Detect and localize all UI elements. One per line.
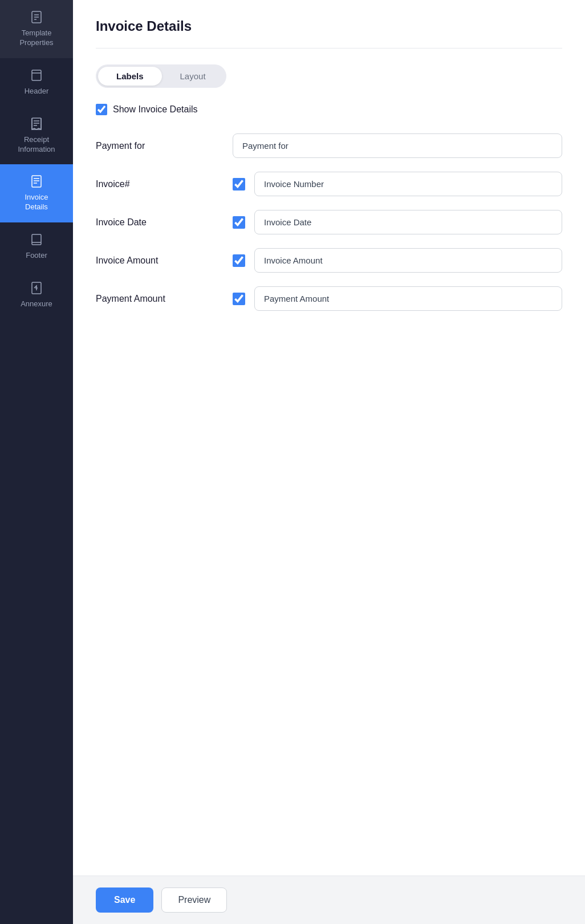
sidebar-item-invoice-details[interactable]: Invoice Details bbox=[0, 164, 73, 222]
footer-icon bbox=[30, 233, 43, 246]
form-row-payment-amount: Payment Amount bbox=[96, 286, 562, 311]
save-button[interactable]: Save bbox=[96, 887, 153, 913]
input-invoice-amount[interactable] bbox=[254, 248, 562, 273]
label-invoice-date: Invoice Date bbox=[96, 217, 221, 228]
content-area: Invoice Details Labels Layout Show Invoi… bbox=[73, 0, 585, 876]
sidebar-label-template-properties: Template Properties bbox=[19, 29, 53, 48]
sidebar-label-footer: Footer bbox=[26, 251, 47, 261]
checkbox-invoice-amount[interactable] bbox=[233, 254, 245, 267]
sidebar-label-receipt-information: Receipt Information bbox=[18, 135, 55, 155]
tab-toggle: Labels Layout bbox=[96, 64, 226, 88]
input-invoice-number[interactable] bbox=[254, 172, 562, 196]
label-invoice-amount: Invoice Amount bbox=[96, 256, 221, 266]
sidebar-item-receipt-information[interactable]: Receipt Information bbox=[0, 107, 73, 165]
checkbox-invoice-number[interactable] bbox=[233, 178, 245, 191]
right-invoice-amount bbox=[233, 248, 562, 273]
form-rows: Payment forInvoice#Invoice DateInvoice A… bbox=[96, 133, 562, 311]
tab-layout[interactable]: Layout bbox=[162, 67, 224, 86]
svg-rect-14 bbox=[32, 234, 41, 245]
input-invoice-date[interactable] bbox=[254, 210, 562, 234]
checkbox-invoice-date[interactable] bbox=[233, 216, 245, 229]
sidebar-item-annexure[interactable]: Annexure bbox=[0, 271, 73, 319]
action-bar: Save Preview bbox=[73, 876, 585, 924]
main-panel: Invoice Details Labels Layout Show Invoi… bbox=[73, 0, 585, 924]
sidebar-item-template-properties[interactable]: Template Properties bbox=[0, 0, 73, 58]
right-payment-amount bbox=[233, 286, 562, 311]
annexure-icon bbox=[30, 281, 43, 295]
form-row-payment-for: Payment for bbox=[96, 133, 562, 158]
show-invoice-details-checkbox[interactable] bbox=[96, 104, 107, 115]
right-invoice-date bbox=[233, 210, 562, 234]
svg-rect-10 bbox=[32, 176, 41, 187]
tab-labels[interactable]: Labels bbox=[98, 67, 162, 86]
preview-button[interactable]: Preview bbox=[161, 887, 227, 913]
divider bbox=[96, 48, 562, 48]
sidebar-item-footer[interactable]: Footer bbox=[0, 222, 73, 271]
receipt-icon bbox=[30, 117, 43, 131]
sidebar-item-header[interactable]: Header bbox=[0, 58, 73, 107]
header-icon bbox=[30, 68, 43, 82]
page-title: Invoice Details bbox=[96, 18, 562, 34]
right-payment-for bbox=[233, 133, 562, 158]
input-payment-amount[interactable] bbox=[254, 286, 562, 311]
form-row-invoice-amount: Invoice Amount bbox=[96, 248, 562, 273]
svg-rect-4 bbox=[32, 70, 41, 80]
show-invoice-details-label: Show Invoice Details bbox=[113, 104, 198, 115]
right-invoice-number bbox=[233, 172, 562, 196]
form-row-invoice-date: Invoice Date bbox=[96, 210, 562, 234]
sidebar-label-invoice-details: Invoice Details bbox=[25, 193, 48, 212]
sidebar-label-header: Header bbox=[25, 87, 49, 96]
sidebar: Template Properties Header Receipt Infor… bbox=[0, 0, 73, 924]
sidebar-label-annexure: Annexure bbox=[21, 299, 52, 309]
label-payment-for: Payment for bbox=[96, 141, 221, 151]
label-invoice-number: Invoice# bbox=[96, 179, 221, 189]
checkbox-payment-amount[interactable] bbox=[233, 293, 245, 305]
svg-rect-6 bbox=[32, 118, 41, 129]
form-row-invoice-number: Invoice# bbox=[96, 172, 562, 196]
file-icon bbox=[30, 10, 43, 24]
input-payment-for[interactable] bbox=[233, 133, 562, 158]
show-invoice-details-row: Show Invoice Details bbox=[96, 104, 562, 115]
label-payment-amount: Payment Amount bbox=[96, 294, 221, 304]
invoice-icon bbox=[30, 175, 43, 188]
